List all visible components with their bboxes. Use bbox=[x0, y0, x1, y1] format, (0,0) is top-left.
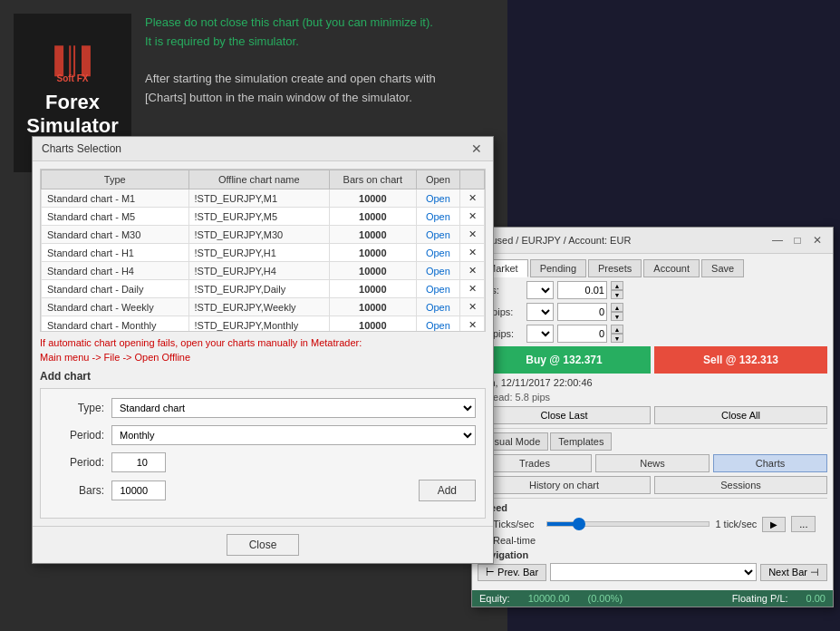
info-line4: [Charts] button in the main window of th… bbox=[145, 89, 494, 108]
table-row: Standard chart - M1 !STD_EURJPY,M1 10000… bbox=[42, 189, 485, 208]
sl-combo[interactable] bbox=[526, 303, 554, 321]
realtime-label: Real-time bbox=[493, 535, 536, 546]
nav-select[interactable] bbox=[550, 563, 757, 581]
row-open[interactable]: Open bbox=[416, 208, 460, 226]
row-type: Standard chart - M1 bbox=[42, 189, 189, 208]
row-delete[interactable]: ✕ bbox=[460, 208, 485, 226]
tp-down[interactable]: ▼ bbox=[611, 334, 623, 343]
lots-combo[interactable] bbox=[526, 281, 554, 299]
news-tab[interactable]: News bbox=[595, 454, 710, 472]
row-delete[interactable]: ✕ bbox=[460, 226, 485, 244]
lots-down[interactable]: ▼ bbox=[611, 290, 623, 299]
row-delete[interactable]: ✕ bbox=[460, 316, 485, 333]
nav-row: ⊢ Prev. Bar Next Bar ⊣ bbox=[478, 563, 827, 581]
tp-up[interactable]: ▲ bbox=[611, 325, 623, 334]
sl-up[interactable]: ▲ bbox=[611, 303, 623, 312]
col-bars: Bars on chart bbox=[330, 170, 417, 189]
row-open[interactable]: Open bbox=[416, 244, 460, 262]
row-open[interactable]: Open bbox=[416, 226, 460, 244]
warning-text-2: Main menu -> File -> Open Offline bbox=[40, 352, 486, 363]
period2-input[interactable] bbox=[111, 452, 166, 472]
speed-slider-track bbox=[546, 521, 710, 527]
equity-label: Equity: bbox=[479, 593, 510, 604]
row-type: Standard chart - H4 bbox=[42, 262, 189, 280]
tp-input[interactable] bbox=[557, 325, 607, 343]
close-all-button[interactable]: Close All bbox=[654, 406, 827, 424]
row-bars: 10000 bbox=[330, 298, 417, 316]
sl-input[interactable] bbox=[557, 303, 607, 321]
templates-tab[interactable]: Templates bbox=[550, 432, 612, 451]
row-open[interactable]: Open bbox=[416, 316, 460, 333]
row-delete[interactable]: ✕ bbox=[460, 298, 485, 316]
history-on-chart-button[interactable]: History on chart bbox=[478, 476, 651, 494]
info-text: Please do not close this chart (but you … bbox=[145, 14, 494, 108]
sim-close-button[interactable]: ✕ bbox=[809, 232, 826, 248]
tab-presets[interactable]: Presets bbox=[588, 259, 642, 277]
row-name: !STD_EURJPY,M5 bbox=[188, 208, 330, 226]
row-type: Standard chart - M30 bbox=[42, 226, 189, 244]
row-delete[interactable]: ✕ bbox=[460, 280, 485, 298]
row-type: Standard chart - Weekly bbox=[42, 298, 189, 316]
row-bars: 10000 bbox=[330, 226, 417, 244]
maximize-button[interactable]: □ bbox=[789, 232, 806, 248]
sl-down[interactable]: ▼ bbox=[611, 312, 623, 321]
ticks-label: Ticks/sec bbox=[493, 519, 534, 529]
period2-label: Period: bbox=[50, 456, 104, 469]
sessions-button[interactable]: Sessions bbox=[654, 476, 827, 494]
sim-titlebar: Paused / EURJPY / Account: EUR — □ ✕ bbox=[472, 228, 833, 254]
tab-save[interactable]: Save bbox=[701, 259, 744, 277]
table-row: Standard chart - H1 !STD_EURJPY,H1 10000… bbox=[42, 244, 485, 262]
close-last-button[interactable]: Close Last bbox=[478, 406, 651, 424]
realtime-radio-row: Real-time bbox=[478, 534, 827, 546]
speed-slider-thumb[interactable] bbox=[573, 518, 585, 530]
row-delete[interactable]: ✕ bbox=[460, 262, 485, 280]
buy-button[interactable]: Buy @ 132.371 bbox=[478, 346, 651, 374]
charts-table-scroll[interactable]: Type Offline chart name Bars on chart Op… bbox=[40, 169, 486, 332]
lots-row: Lots: ▲ ▼ bbox=[478, 281, 827, 299]
dialog-close-button[interactable]: ✕ bbox=[469, 142, 484, 155]
charts-table: Type Offline chart name Bars on chart Op… bbox=[41, 170, 485, 332]
info-line1: Please do not close this chart (but you … bbox=[145, 14, 494, 33]
info-line2: It is required by the simulator. bbox=[145, 33, 494, 52]
period-row: Period: Monthly bbox=[50, 425, 476, 445]
datetime-row: Sun, 12/11/2017 22:00:46 bbox=[478, 377, 827, 388]
row-bars: 10000 bbox=[330, 244, 417, 262]
sim-window-controls: — □ ✕ bbox=[769, 232, 826, 248]
speed-heading: Speed bbox=[478, 502, 827, 513]
tab-pending[interactable]: Pending bbox=[530, 259, 586, 277]
table-row: Standard chart - M5 !STD_EURJPY,M5 10000… bbox=[42, 208, 485, 226]
period-select[interactable]: Monthly bbox=[111, 425, 476, 445]
bars-input[interactable] bbox=[111, 481, 166, 500]
next-bar-button[interactable]: Next Bar ⊣ bbox=[760, 564, 827, 581]
close-buttons-row: Close Last Close All bbox=[478, 406, 827, 424]
type-select[interactable]: Standard chart bbox=[111, 398, 476, 418]
prev-bar-button[interactable]: ⊢ Prev. Bar bbox=[478, 564, 546, 581]
col-type: Type bbox=[42, 170, 189, 189]
row-open[interactable]: Open bbox=[416, 189, 460, 208]
logo-icon: ▐║▌ bbox=[45, 48, 100, 73]
sim-title: Paused / EURJPY / Account: EUR bbox=[479, 235, 631, 246]
tp-combo[interactable] bbox=[526, 325, 554, 343]
row-type: Standard chart - Daily bbox=[42, 280, 189, 298]
trades-tab[interactable]: Trades bbox=[478, 454, 592, 472]
speed-right-btn[interactable]: ▶ bbox=[762, 517, 786, 532]
table-row: Standard chart - Monthly !STD_EURJPY,Mon… bbox=[42, 316, 485, 333]
col-open: Open bbox=[416, 170, 460, 189]
lots-up[interactable]: ▲ bbox=[611, 281, 623, 290]
tab-account[interactable]: Account bbox=[643, 259, 700, 277]
add-button[interactable]: Add bbox=[419, 480, 476, 501]
minimize-button[interactable]: — bbox=[769, 232, 786, 248]
equity-pct: (0.00%) bbox=[588, 593, 623, 604]
row-delete[interactable]: ✕ bbox=[460, 189, 485, 208]
sell-button[interactable]: Sell @ 132.313 bbox=[654, 346, 827, 374]
row-open[interactable]: Open bbox=[416, 280, 460, 298]
row-delete[interactable]: ✕ bbox=[460, 244, 485, 262]
row-name: !STD_EURJPY,H4 bbox=[188, 262, 330, 280]
speed-more-btn[interactable]: ... bbox=[791, 516, 816, 532]
close-button[interactable]: Close bbox=[227, 534, 300, 556]
row-open[interactable]: Open bbox=[416, 298, 460, 316]
charts-tab[interactable]: Charts bbox=[713, 454, 827, 472]
row-name: !STD_EURJPY,M30 bbox=[188, 226, 330, 244]
lots-input[interactable] bbox=[557, 281, 607, 299]
row-open[interactable]: Open bbox=[416, 262, 460, 280]
